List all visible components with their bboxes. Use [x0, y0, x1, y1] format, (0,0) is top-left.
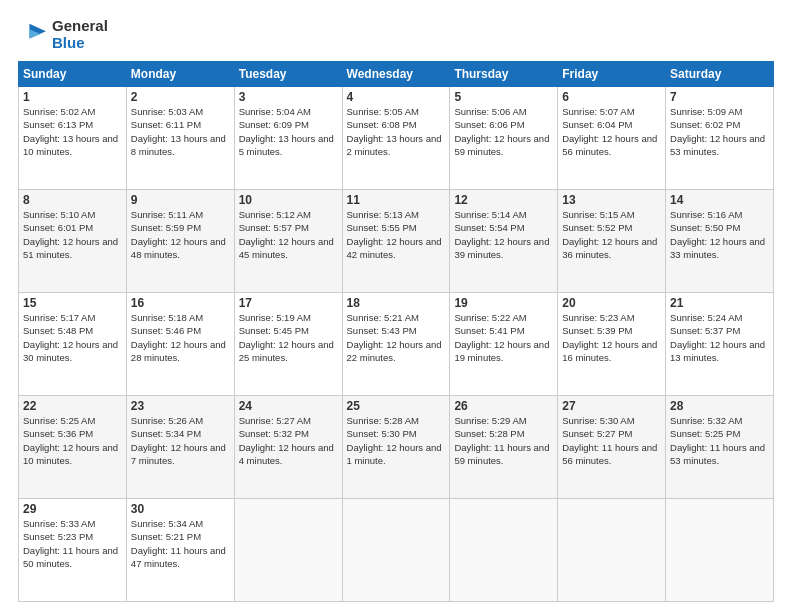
table-row: 5 Sunrise: 5:06 AM Sunset: 6:06 PM Dayli…: [450, 87, 558, 190]
daylight-label: Daylight: 12 hours and 36 minutes.: [562, 236, 657, 260]
day-info: Sunrise: 5:06 AM Sunset: 6:06 PM Dayligh…: [454, 105, 553, 158]
table-row: 2 Sunrise: 5:03 AM Sunset: 6:11 PM Dayli…: [126, 87, 234, 190]
day-number: 21: [670, 296, 769, 310]
day-info: Sunrise: 5:11 AM Sunset: 5:59 PM Dayligh…: [131, 208, 230, 261]
day-info: Sunrise: 5:03 AM Sunset: 6:11 PM Dayligh…: [131, 105, 230, 158]
day-info: Sunrise: 5:26 AM Sunset: 5:34 PM Dayligh…: [131, 414, 230, 467]
daylight-label: Daylight: 12 hours and 59 minutes.: [454, 133, 549, 157]
day-info: Sunrise: 5:21 AM Sunset: 5:43 PM Dayligh…: [347, 311, 446, 364]
sunset-label: Sunset: 6:11 PM: [131, 119, 201, 130]
sunset-label: Sunset: 5:34 PM: [131, 428, 201, 439]
sunrise-label: Sunrise: 5:13 AM: [347, 209, 419, 220]
sunrise-label: Sunrise: 5:25 AM: [23, 415, 95, 426]
calendar-week-row: 15 Sunrise: 5:17 AM Sunset: 5:48 PM Dayl…: [19, 293, 774, 396]
day-number: 4: [347, 90, 446, 104]
day-number: 30: [131, 502, 230, 516]
sunset-label: Sunset: 5:30 PM: [347, 428, 417, 439]
day-info: Sunrise: 5:04 AM Sunset: 6:09 PM Dayligh…: [239, 105, 338, 158]
sunset-label: Sunset: 5:25 PM: [670, 428, 740, 439]
sunrise-label: Sunrise: 5:15 AM: [562, 209, 634, 220]
daylight-label: Daylight: 13 hours and 8 minutes.: [131, 133, 226, 157]
sunset-label: Sunset: 5:46 PM: [131, 325, 201, 336]
sunrise-label: Sunrise: 5:12 AM: [239, 209, 311, 220]
day-number: 25: [347, 399, 446, 413]
col-sunday: Sunday: [19, 62, 127, 87]
day-info: Sunrise: 5:19 AM Sunset: 5:45 PM Dayligh…: [239, 311, 338, 364]
sunset-label: Sunset: 5:41 PM: [454, 325, 524, 336]
daylight-label: Daylight: 12 hours and 1 minute.: [347, 442, 442, 466]
daylight-label: Daylight: 12 hours and 25 minutes.: [239, 339, 334, 363]
table-row: 20 Sunrise: 5:23 AM Sunset: 5:39 PM Dayl…: [558, 293, 666, 396]
day-info: Sunrise: 5:10 AM Sunset: 6:01 PM Dayligh…: [23, 208, 122, 261]
sunset-label: Sunset: 5:28 PM: [454, 428, 524, 439]
calendar-header-row: Sunday Monday Tuesday Wednesday Thursday…: [19, 62, 774, 87]
col-saturday: Saturday: [666, 62, 774, 87]
table-row: 18 Sunrise: 5:21 AM Sunset: 5:43 PM Dayl…: [342, 293, 450, 396]
sunrise-label: Sunrise: 5:22 AM: [454, 312, 526, 323]
sunset-label: Sunset: 6:06 PM: [454, 119, 524, 130]
table-row: 1 Sunrise: 5:02 AM Sunset: 6:13 PM Dayli…: [19, 87, 127, 190]
day-info: Sunrise: 5:14 AM Sunset: 5:54 PM Dayligh…: [454, 208, 553, 261]
table-row: 6 Sunrise: 5:07 AM Sunset: 6:04 PM Dayli…: [558, 87, 666, 190]
day-number: 26: [454, 399, 553, 413]
day-number: 23: [131, 399, 230, 413]
sunrise-label: Sunrise: 5:19 AM: [239, 312, 311, 323]
day-number: 14: [670, 193, 769, 207]
sunset-label: Sunset: 5:45 PM: [239, 325, 309, 336]
calendar-week-row: 29 Sunrise: 5:33 AM Sunset: 5:23 PM Dayl…: [19, 499, 774, 602]
day-info: Sunrise: 5:24 AM Sunset: 5:37 PM Dayligh…: [670, 311, 769, 364]
day-info: Sunrise: 5:29 AM Sunset: 5:28 PM Dayligh…: [454, 414, 553, 467]
daylight-label: Daylight: 13 hours and 10 minutes.: [23, 133, 118, 157]
day-info: Sunrise: 5:18 AM Sunset: 5:46 PM Dayligh…: [131, 311, 230, 364]
table-row: 10 Sunrise: 5:12 AM Sunset: 5:57 PM Dayl…: [234, 190, 342, 293]
day-info: Sunrise: 5:32 AM Sunset: 5:25 PM Dayligh…: [670, 414, 769, 467]
logo-icon: [20, 22, 48, 44]
table-row: 3 Sunrise: 5:04 AM Sunset: 6:09 PM Dayli…: [234, 87, 342, 190]
day-number: 11: [347, 193, 446, 207]
daylight-label: Daylight: 12 hours and 53 minutes.: [670, 133, 765, 157]
table-row: 12 Sunrise: 5:14 AM Sunset: 5:54 PM Dayl…: [450, 190, 558, 293]
daylight-label: Daylight: 12 hours and 33 minutes.: [670, 236, 765, 260]
daylight-label: Daylight: 11 hours and 56 minutes.: [562, 442, 657, 466]
sunrise-label: Sunrise: 5:21 AM: [347, 312, 419, 323]
sunrise-label: Sunrise: 5:30 AM: [562, 415, 634, 426]
sunset-label: Sunset: 5:50 PM: [670, 222, 740, 233]
day-number: 10: [239, 193, 338, 207]
table-row: 13 Sunrise: 5:15 AM Sunset: 5:52 PM Dayl…: [558, 190, 666, 293]
day-info: Sunrise: 5:12 AM Sunset: 5:57 PM Dayligh…: [239, 208, 338, 261]
sunrise-label: Sunrise: 5:03 AM: [131, 106, 203, 117]
day-number: 17: [239, 296, 338, 310]
sunset-label: Sunset: 6:08 PM: [347, 119, 417, 130]
sunset-label: Sunset: 5:43 PM: [347, 325, 417, 336]
sunset-label: Sunset: 5:54 PM: [454, 222, 524, 233]
day-number: 22: [23, 399, 122, 413]
sunrise-label: Sunrise: 5:10 AM: [23, 209, 95, 220]
daylight-label: Daylight: 12 hours and 30 minutes.: [23, 339, 118, 363]
sunrise-label: Sunrise: 5:17 AM: [23, 312, 95, 323]
sunset-label: Sunset: 5:48 PM: [23, 325, 93, 336]
daylight-label: Daylight: 11 hours and 59 minutes.: [454, 442, 549, 466]
day-info: Sunrise: 5:28 AM Sunset: 5:30 PM Dayligh…: [347, 414, 446, 467]
day-number: 18: [347, 296, 446, 310]
table-row: [666, 499, 774, 602]
col-tuesday: Tuesday: [234, 62, 342, 87]
sunset-label: Sunset: 6:04 PM: [562, 119, 632, 130]
day-info: Sunrise: 5:16 AM Sunset: 5:50 PM Dayligh…: [670, 208, 769, 261]
table-row: 11 Sunrise: 5:13 AM Sunset: 5:55 PM Dayl…: [342, 190, 450, 293]
daylight-label: Daylight: 12 hours and 10 minutes.: [23, 442, 118, 466]
day-number: 20: [562, 296, 661, 310]
day-number: 3: [239, 90, 338, 104]
sunset-label: Sunset: 6:02 PM: [670, 119, 740, 130]
table-row: [342, 499, 450, 602]
sunset-label: Sunset: 5:32 PM: [239, 428, 309, 439]
sunset-label: Sunset: 5:36 PM: [23, 428, 93, 439]
sunrise-label: Sunrise: 5:32 AM: [670, 415, 742, 426]
daylight-label: Daylight: 12 hours and 45 minutes.: [239, 236, 334, 260]
table-row: 4 Sunrise: 5:05 AM Sunset: 6:08 PM Dayli…: [342, 87, 450, 190]
day-number: 16: [131, 296, 230, 310]
sunset-label: Sunset: 5:52 PM: [562, 222, 632, 233]
daylight-label: Daylight: 12 hours and 51 minutes.: [23, 236, 118, 260]
sunset-label: Sunset: 5:59 PM: [131, 222, 201, 233]
day-number: 24: [239, 399, 338, 413]
table-row: [450, 499, 558, 602]
